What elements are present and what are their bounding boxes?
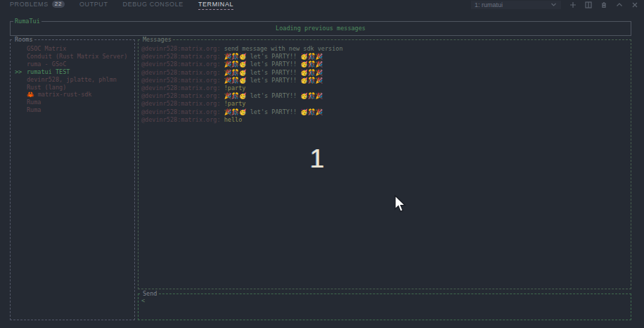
new-terminal-icon[interactable] (569, 1, 577, 8)
message-row: @devinr528:matrix.org: 🎉🎊🥳 let's PARTY!!… (141, 53, 629, 61)
room-item[interactable]: GSOC Matrix (11, 45, 134, 53)
message-row: @devinr528:matrix.org: 🎉🎊🥳 let's PARTY!!… (141, 61, 629, 68)
maximize-panel-icon[interactable] (615, 1, 623, 8)
room-item-label: Ruma (27, 99, 41, 106)
message-text: 🎉🎊🥳 let's PARTY!! 🥳🎊🎉 (224, 77, 323, 84)
message-sender: @devinr528:matrix.org: (141, 116, 224, 123)
message-text: !party (224, 100, 246, 107)
vscode-terminal-panel: PROBLEMS 22 OUTPUT DEBUG CONSOLE TERMINA… (0, 0, 644, 328)
tab-problems-label: PROBLEMS (10, 1, 49, 8)
room-item-label: 🦀 matrix-rust-sdk (27, 91, 92, 98)
message-sender: @devinr528:matrix.org: (141, 108, 224, 115)
send-panel[interactable]: Send < (138, 294, 631, 320)
tab-terminal-label: TERMINAL (198, 1, 233, 8)
room-item[interactable]: 🦀 matrix-rust-sdk (11, 91, 134, 99)
rumatui-header-box: RumaTui Loading previous messages (10, 21, 631, 36)
room-item[interactable]: ruma - GSoC (11, 61, 134, 68)
rooms-list: GSOC MatrixConduit (Rust Matrix Server)r… (11, 45, 134, 114)
selected-room-marker: >> (15, 68, 22, 76)
send-input-cursor: < (141, 297, 145, 304)
message-sender: @devinr528:matrix.org: (141, 45, 224, 52)
terminal-selector-value: 1: rumatui (475, 1, 503, 8)
message-text: 🎉🎊🥳 let's PARTY!! 🥳🎊🎉 (224, 61, 323, 68)
room-item[interactable]: Ruma (11, 99, 134, 106)
message-sender: @devinr528:matrix.org: (141, 53, 224, 60)
split-terminal-icon[interactable] (584, 1, 592, 8)
message-row: @devinr528:matrix.org: send message with… (141, 45, 629, 53)
message-row: @devinr528:matrix.org: hello (141, 116, 629, 124)
tab-terminal[interactable]: TERMINAL (198, 0, 233, 10)
messages-panel-title: Messages (141, 36, 173, 43)
message-text: send message with new sdk version (224, 45, 343, 52)
message-text: 🎉🎊🥳 let's PARTY!! 🥳🎊🎉 (224, 108, 323, 115)
tab-output[interactable]: OUTPUT (79, 0, 108, 9)
app-title: RumaTui (13, 18, 41, 25)
message-row: @devinr528:matrix.org: !party (141, 84, 629, 92)
room-item[interactable]: Conduit (Rust Matrix Server) (11, 53, 134, 61)
message-text: hello (224, 116, 243, 123)
message-row: @devinr528:matrix.org: 🎉🎊🥳 let's PARTY!!… (141, 77, 629, 84)
room-item-label: devinr528, jplatte, phlmn (27, 76, 117, 83)
message-sender: @devinr528:matrix.org: (141, 92, 224, 99)
message-text: 🎉🎊🥳 let's PARTY!! 🥳🎊🎉 (224, 69, 323, 76)
message-text: 🎉🎊🥳 let's PARTY!! 🥳🎊🎉 (224, 53, 323, 60)
send-panel-title: Send (141, 290, 158, 297)
message-row: @devinr528:matrix.org: !party (141, 100, 629, 108)
room-item-label: ruma - GSoC (27, 61, 66, 68)
message-row: @devinr528:matrix.org: 🎉🎊🥳 let's PARTY!!… (141, 69, 629, 77)
room-item-label: GSOC Matrix (27, 45, 66, 52)
rooms-panel-title: Rooms (13, 36, 34, 43)
room-item[interactable]: devinr528, jplatte, phlmn (11, 76, 134, 84)
rooms-panel: Rooms GSOC MatrixConduit (Rust Matrix Se… (10, 39, 135, 320)
tab-debug-console[interactable]: DEBUG CONSOLE (123, 0, 183, 9)
message-text: !party (224, 84, 246, 92)
close-panel-icon[interactable] (631, 1, 638, 8)
room-item[interactable]: >>rumatui TEST (11, 68, 134, 76)
chevron-down-icon (550, 1, 558, 8)
room-item-label: Ruma (27, 106, 41, 113)
tab-debug-console-label: DEBUG CONSOLE (123, 1, 183, 8)
terminal-selector[interactable]: 1: rumatui (471, 1, 561, 9)
room-item[interactable]: Ruma (11, 106, 134, 114)
message-text: 🎉🎊🥳 let's PARTY!! 🥳🎊🎉 (224, 92, 323, 99)
room-item-label: Conduit (Rust Matrix Server) (27, 53, 127, 60)
room-item[interactable]: Rust (lang) (11, 84, 134, 92)
message-sender: @devinr528:matrix.org: (141, 69, 224, 76)
message-sender: @devinr528:matrix.org: (141, 61, 224, 68)
room-item-label: Rust (lang) (27, 84, 66, 91)
kill-terminal-icon[interactable] (600, 1, 607, 8)
message-sender: @devinr528:matrix.org: (141, 100, 224, 107)
tab-problems[interactable]: PROBLEMS 22 (10, 0, 65, 9)
terminal-controls: 1: rumatui (471, 0, 638, 9)
loading-status-text: Loading previous messages (11, 25, 631, 32)
message-sender: @devinr528:matrix.org: (141, 84, 224, 92)
message-row: @devinr528:matrix.org: 🎉🎊🥳 let's PARTY!!… (141, 108, 629, 116)
messages-panel: Messages @devinr528:matrix.org: send mes… (138, 39, 631, 289)
mouse-cursor (394, 195, 407, 217)
room-item-label: rumatui TEST (27, 68, 70, 75)
messages-list: @devinr528:matrix.org: send message with… (141, 45, 629, 124)
message-sender: @devinr528:matrix.org: (141, 77, 224, 84)
frame-counter-overlay: 1 (310, 146, 325, 172)
problems-count-badge: 22 (52, 1, 65, 8)
message-row: @devinr528:matrix.org: 🎉🎊🥳 let's PARTY!!… (141, 92, 629, 100)
tab-output-label: OUTPUT (79, 1, 108, 8)
